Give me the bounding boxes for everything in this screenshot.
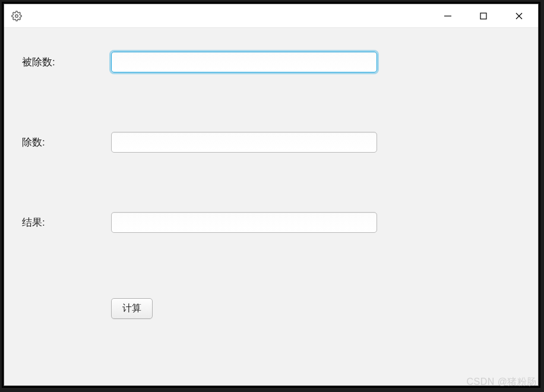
- svg-rect-2: [480, 13, 486, 19]
- result-row: 结果:: [22, 212, 520, 233]
- divisor-label: 除数:: [22, 135, 111, 149]
- result-label: 结果:: [22, 216, 111, 229]
- gear-icon: [11, 11, 22, 21]
- content-area: 被除数: 除数: 结果: 计算: [4, 28, 538, 385]
- divisor-row: 除数:: [22, 132, 520, 153]
- button-row: 计算: [22, 298, 520, 319]
- app-window: 被除数: 除数: 结果: 计算: [4, 4, 538, 385]
- result-input[interactable]: [111, 212, 377, 233]
- titlebar-left: [11, 11, 22, 21]
- window-controls: [430, 4, 537, 28]
- dividend-row: 被除数:: [22, 52, 520, 72]
- dividend-label: 被除数:: [22, 55, 111, 69]
- calculate-button[interactable]: 计算: [111, 298, 153, 319]
- dividend-input[interactable]: [111, 52, 377, 72]
- window-titlebar: [4, 4, 538, 28]
- svg-point-0: [15, 14, 18, 17]
- close-button[interactable]: [501, 4, 537, 28]
- divisor-input[interactable]: [111, 132, 377, 153]
- minimize-button[interactable]: [430, 4, 466, 28]
- maximize-button[interactable]: [466, 4, 501, 28]
